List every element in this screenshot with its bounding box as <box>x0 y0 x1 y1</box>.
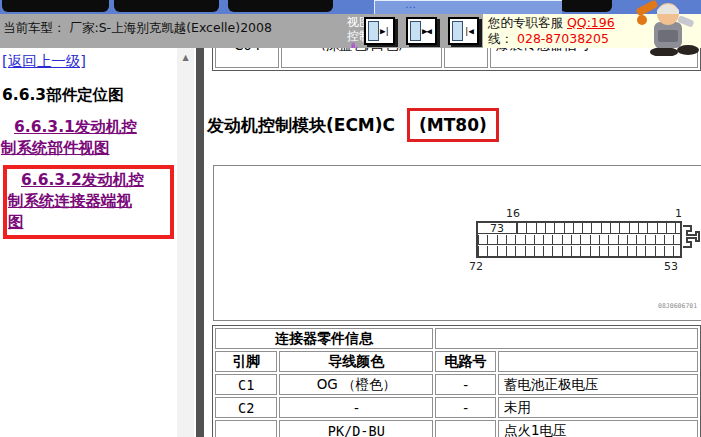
table-row: C2 - - 未用 <box>215 397 698 418</box>
sidebar-item-component-view[interactable]: 6.6.3.1发动机控 制系统部件视图 <box>0 117 177 159</box>
table-title: 连接器零件信息 <box>215 328 433 349</box>
current-vehicle-label: 当前车型： 厂家:S-上海别克凯越(Excelle)2008 <box>3 20 272 37</box>
toolbar-tab[interactable] <box>228 0 333 12</box>
top-toolbar-strip: … <box>0 0 701 14</box>
main-content: C04 (深蓝色/白色) 爆震传感器信号 发动机控制模块(ECM)C (MT80… <box>204 48 701 437</box>
pin-label-72: 72 <box>469 260 483 273</box>
toolbar-tab[interactable] <box>560 0 612 12</box>
figure-code: 08J0606701 <box>658 302 697 310</box>
table-title-row: 连接器零件信息 <box>215 328 698 349</box>
table-row: C1 OG （橙色） - 蓄电池正极电压 <box>215 374 698 395</box>
description-cell: 点火1电压 <box>498 420 698 437</box>
col-header-pin: 引脚 <box>215 351 277 372</box>
connector-body: 73 <box>476 221 682 258</box>
pin-cell: C2 <box>215 397 277 418</box>
title-row: 发动机控制模块(ECM)C (MT80) <box>207 108 499 142</box>
back-to-parent-link[interactable]: [返回上一级] <box>2 52 177 71</box>
wire-color-cell: (深蓝色/白色) <box>281 48 442 68</box>
active-item-highlight-box: 6.6.3.2发动机控 制系统连接器端视 图 <box>3 165 174 239</box>
sidebar-scrollbar[interactable]: ▲ <box>177 48 194 437</box>
collapse-right-button[interactable]: ▶| <box>364 17 395 45</box>
collapse-left-icon: |◀ <box>464 26 473 36</box>
service-label: 您的专职客服 <box>488 15 567 30</box>
circuit-cell: - <box>435 374 496 395</box>
collapse-both-icon: ▶◀ <box>422 26 431 36</box>
pin-cell <box>215 420 277 437</box>
connector-pin-row-middle <box>478 235 680 245</box>
scroll-up-arrow-icon[interactable]: ▲ <box>177 50 194 66</box>
pin-label-53: 53 <box>664 260 678 273</box>
panel-icon <box>452 21 463 41</box>
panel-splitter[interactable] <box>196 48 204 437</box>
collapse-left-button[interactable]: |◀ <box>448 17 479 45</box>
toolbar-tab[interactable] <box>2 0 109 12</box>
collapse-both-button[interactable]: ▶◀ <box>406 17 437 45</box>
panel-icon <box>410 21 421 41</box>
wire-color-cell: PK/D-BU <box>279 420 433 437</box>
col-header-circuit: 电路号 <box>435 351 496 372</box>
col-header-wire-color: 导线颜色 <box>279 351 433 372</box>
circuit-cell <box>444 48 488 68</box>
col-header-description <box>498 351 698 372</box>
hotline-label: 线： <box>488 31 517 46</box>
pin-cell: C04 <box>215 48 279 68</box>
app-window: … 当前车型： 厂家:S-上海别克凯越(Excelle)2008 视图 控制 ⅱ… <box>0 0 701 437</box>
connector-pin-row-bottom <box>478 246 680 256</box>
table-title-spacer <box>435 328 698 349</box>
toolbar-tab[interactable] <box>114 0 219 12</box>
pin-label-1: 1 <box>675 207 682 220</box>
ellipsis-icon: … <box>405 0 417 11</box>
mt80-highlight-badge: (MT80) <box>407 108 499 142</box>
connector-info-table: 连接器零件信息 引脚 导线颜色 电路号 C1 OG （橙色） - 蓄电池正极电压… <box>212 325 701 437</box>
connector-key-shape <box>682 224 700 256</box>
connector-diagram: 73 16 1 72 53 08J0606701 <box>213 165 701 321</box>
panel-icon <box>368 21 379 41</box>
wire-color-cell: - <box>279 397 433 418</box>
circuit-cell <box>435 420 496 437</box>
sidebar-nav: [返回上一级] 6.6.3部件定位图 6.6.3.1发动机控 制系统部件视图 6… <box>0 48 177 437</box>
connector-pin-row-top <box>516 223 680 234</box>
wire-color-cell: OG （橙色） <box>279 374 433 395</box>
hotline-number: 028-87038205 <box>517 31 609 46</box>
qq-contact-link[interactable]: QQ:196 <box>567 15 615 30</box>
header-bar: 当前车型： 厂家:S-上海别克凯越(Excelle)2008 视图 控制 ⅱ. … <box>0 14 701 48</box>
connector-cell-73: 73 <box>478 223 516 234</box>
sidebar-section-heading: 6.6.3部件定位图 <box>2 85 177 106</box>
pin-label-16: 16 <box>506 207 520 220</box>
description-cell: 蓄电池正极电压 <box>498 374 698 395</box>
collapse-right-icon: ▶| <box>380 26 389 36</box>
page-title: 发动机控制模块(ECM)C <box>207 114 395 137</box>
table-header-row: 引脚 导线颜色 电路号 <box>215 351 698 372</box>
circuit-cell: - <box>435 397 496 418</box>
table-row: PK/D-BU 点火1电压 <box>215 420 698 437</box>
toolbar-sub-panel: … <box>374 0 562 14</box>
sidebar-item-connector-view[interactable]: 6.6.3.2发动机控 制系统连接器端视 图 <box>7 170 170 233</box>
description-cell: 未用 <box>498 397 698 418</box>
mascot-image <box>612 0 701 56</box>
pin-cell: C1 <box>215 374 277 395</box>
